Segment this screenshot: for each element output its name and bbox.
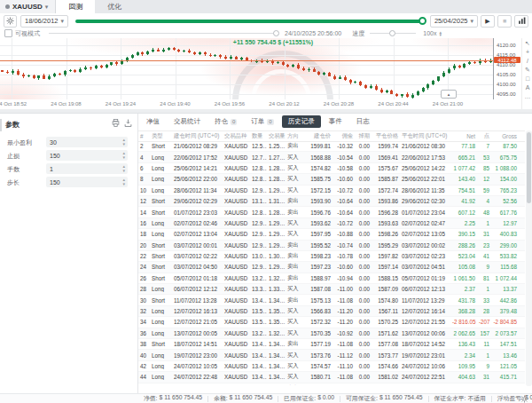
shapes-icon[interactable]: □ xyxy=(526,75,529,83)
table-row[interactable]: 42Long24/07/2012 10:05XAUUSD13.4…1.34…买入… xyxy=(138,361,525,372)
table-row[interactable]: 30Short11/07/2012 13:28XAUUSD13.4…1.34…卖… xyxy=(138,295,525,305)
column-header[interactable]: 建仓价 xyxy=(304,132,332,140)
table-row[interactable]: 38Short18/07/2012 14:51XAUUSD13.4…1.34…卖… xyxy=(138,339,525,350)
parameter-stepper[interactable]: ▴▾ xyxy=(122,178,125,186)
table-scrollbar[interactable] xyxy=(526,130,532,386)
parameter-input[interactable]: 150▴▾ xyxy=(46,177,128,187)
scrollbar-thumb[interactable] xyxy=(527,132,531,203)
column-header[interactable]: 建仓时间 (UTC+0) xyxy=(172,132,223,140)
table-row[interactable]: 26Short05/07/2012 01:18XAUUSD13.2…1.32…卖… xyxy=(138,273,525,284)
parameter-input[interactable]: 30▴▾ xyxy=(46,137,128,147)
pencil-icon[interactable]: ✎ xyxy=(525,67,530,74)
cell: 121.05 xyxy=(491,363,519,369)
end-date-select[interactable]: 25/04/2025 ▾ xyxy=(430,15,478,28)
table-row[interactable]: 18Long02/07/2012 13:04XAUUSD12.9…1.29…买入… xyxy=(138,229,525,240)
candle xyxy=(219,55,222,57)
crosshair-icon[interactable]: + xyxy=(526,49,529,56)
table-row[interactable]: 6Long25/06/2012 14:21XAUUSD12.8…1.28…买入1… xyxy=(138,163,525,174)
backtest-progress-bar[interactable] xyxy=(75,20,423,23)
status-settings-button[interactable] xyxy=(520,395,528,403)
parameter-input[interactable]: 1▴▾ xyxy=(46,163,128,174)
tab-历史记录[interactable]: 历史记录 xyxy=(282,115,321,128)
table-row[interactable]: 16Long02/07/2012 02:46XAUUSD12.9…1.29…买入… xyxy=(138,218,525,229)
progress-knob[interactable] xyxy=(419,17,426,25)
table-row[interactable]: 34Long12/07/2012 21:05XAUUSD13.5…1.35…买入… xyxy=(138,317,525,328)
tab-订单[interactable]: 订单0 xyxy=(245,115,279,128)
cell: 30 xyxy=(138,297,150,304)
table-row[interactable]: 20Short03/07/2012 00:01XAUUSD12.9…1.29…卖… xyxy=(138,241,525,251)
table-row[interactable]: 2Short21/06/2012 08:29XAUUSD12.5…1.25…卖出… xyxy=(138,141,525,152)
speed-knob[interactable] xyxy=(389,30,395,36)
speed-slider[interactable] xyxy=(370,33,416,34)
parameter-stepper[interactable]: ▴▾ xyxy=(122,138,125,146)
table-row[interactable]: 40Long19/07/2012 23:00XAUUSD13.4…1.34…买入… xyxy=(138,350,525,360)
column-header[interactable]: # xyxy=(138,133,150,139)
column-header[interactable]: 掉期 xyxy=(355,132,372,140)
tab-事件[interactable]: 事件 xyxy=(323,115,348,128)
candle xyxy=(84,67,87,69)
tab-净值[interactable]: 净值 xyxy=(140,115,166,128)
table-row[interactable]: 44Long24/07/2012 22:48XAUUSD13.4…1.34…买入… xyxy=(138,372,525,383)
speed-stepper[interactable]: ▴▾ xyxy=(439,31,442,36)
column-header[interactable]: 交易量 xyxy=(267,132,286,140)
start-date-select[interactable]: 18/06/2012 ▾ xyxy=(20,15,68,28)
parameter-input[interactable]: 150▴▾ xyxy=(46,150,128,161)
column-header[interactable]: 交易品种 xyxy=(223,132,250,140)
play-button[interactable]: ▶ xyxy=(481,15,495,28)
speed-value: 100x xyxy=(423,30,436,36)
panel-grip[interactable] xyxy=(0,119,2,131)
column-header[interactable]: 类型 xyxy=(150,132,172,140)
more-tools-icon[interactable]: … xyxy=(525,93,531,100)
tab-backtest[interactable]: 回测 xyxy=(56,0,95,13)
table-row[interactable]: 28Long06/07/2012 12:12XAUUSD13.3…1.33…买入… xyxy=(138,284,525,295)
parameter-stepper[interactable]: ▴▾ xyxy=(122,151,125,159)
table-row[interactable]: 32Long12/07/2012 16:13XAUUSD13.5…1.35…买入… xyxy=(138,306,525,317)
timeline-knob[interactable] xyxy=(273,30,279,36)
trendline-icon[interactable]: / xyxy=(527,58,528,65)
table-row[interactable]: 36Long13/07/2012 00:05XAUUSD13.2…1.32…买入… xyxy=(138,328,525,339)
timeline-slider[interactable] xyxy=(49,33,278,34)
tab-持仓[interactable]: 持仓0 xyxy=(208,115,243,128)
table-row[interactable]: 10Long28/06/2012 11:34XAUUSD12.9…1.29…买入… xyxy=(138,186,525,196)
cell: 0.00 xyxy=(355,165,372,171)
table-row[interactable]: 12Short29/06/2012 02:29XAUUSD13.1…1.31…卖… xyxy=(138,196,525,207)
stop-button[interactable]: ■ xyxy=(497,15,512,28)
column-header[interactable]: 数量 xyxy=(250,132,267,140)
tab-交易统计[interactable]: 交易统计 xyxy=(168,115,207,128)
candle xyxy=(183,51,185,51)
report-button[interactable] xyxy=(514,15,528,28)
table-row[interactable]: 4Long22/06/2012 17:52XAUUSD12.7…1.27…买入1… xyxy=(138,152,525,162)
column-header[interactable]: 方向 xyxy=(286,132,304,140)
column-header[interactable]: Gross xyxy=(491,133,519,139)
table-row[interactable]: 46Short01/08/2012 00:01XAUUSD13.2…1.32…卖… xyxy=(138,383,525,385)
candle xyxy=(43,75,45,78)
cell: 7 xyxy=(477,143,491,149)
price-axis[interactable]: 4120.004115.004110.004105.004100.004095.… xyxy=(494,38,521,99)
cell: 154.00 xyxy=(491,176,519,182)
table-row[interactable]: 24Short03/07/2012 04:50XAUUSD12.9…1.29…卖… xyxy=(138,262,525,273)
time-axis[interactable]: 24 Oct 18:5224 Oct 19:0824 Oct 19:2424 O… xyxy=(0,100,493,109)
cell: 23 xyxy=(477,242,491,249)
cell: 1577.08 xyxy=(372,341,400,347)
current-bar-flag[interactable]: ▴ xyxy=(441,90,457,99)
column-header[interactable]: Net xyxy=(450,133,477,139)
tab-日志[interactable]: 日志 xyxy=(350,115,376,128)
table-row[interactable]: 14Short01/07/2012 23:03XAUUSD12.8…1.28…卖… xyxy=(138,207,525,217)
candlestick-plot[interactable]: +11 550 754.45 $ (+11551%) ▴ xyxy=(0,38,494,99)
printer-icon[interactable] xyxy=(112,119,120,127)
cell: 28 xyxy=(477,308,491,314)
tab-optimize[interactable]: 优化 xyxy=(95,0,134,13)
column-header[interactable]: 佣金 xyxy=(332,132,355,140)
cursor-icon[interactable]: ↖ xyxy=(525,40,530,47)
parameter-stepper[interactable]: ▴▾ xyxy=(122,164,125,172)
settings-button[interactable] xyxy=(4,15,17,28)
column-header[interactable]: 平仓时间 (UTC+0) xyxy=(400,132,450,140)
export-icon[interactable] xyxy=(124,119,132,127)
visual-mode-checkbox[interactable] xyxy=(4,29,12,37)
table-row[interactable]: 8Long25/06/2012 22:00XAUUSD12.8…1.28…买入1… xyxy=(138,174,525,185)
column-header[interactable]: 点 xyxy=(477,132,491,140)
column-header[interactable]: 平仓价格 xyxy=(372,132,400,140)
table-row[interactable]: 22Short03/07/2012 02:22XAUUSD13.0…1.30…卖… xyxy=(138,251,525,262)
symbol-selector[interactable]: XAUUSD ▾ xyxy=(0,0,56,13)
text-tool-icon[interactable]: A xyxy=(526,84,530,91)
